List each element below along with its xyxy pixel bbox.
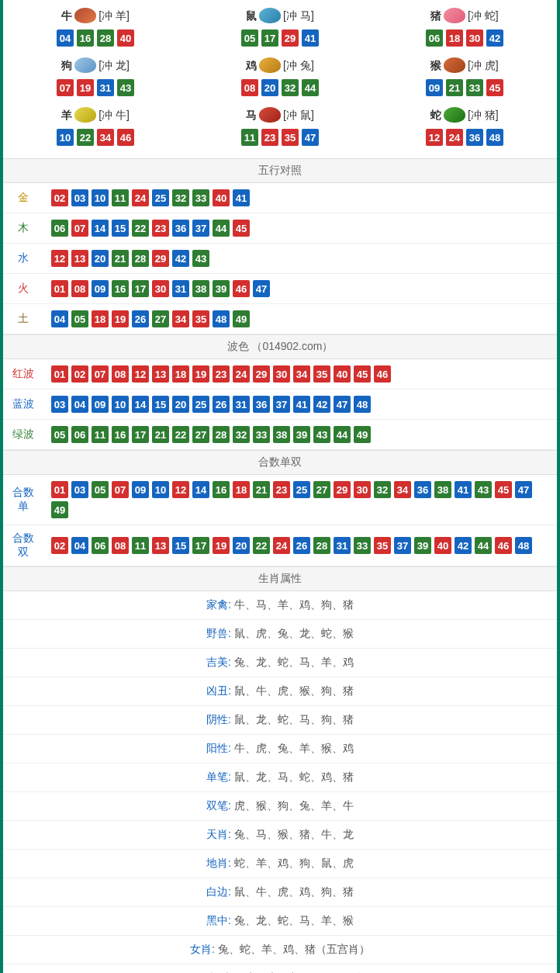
number-ball: 35	[313, 365, 330, 383]
number-ball: 32	[233, 426, 250, 443]
zodiac-name: 蛇	[430, 109, 441, 123]
number-ball: 10	[92, 189, 109, 206]
number-ball: 40	[117, 29, 134, 47]
attribute-label: 女肖:	[190, 943, 218, 955]
number-ball: 42	[486, 29, 503, 47]
number-ball: 49	[51, 501, 68, 518]
number-ball: 02	[51, 189, 68, 206]
number-ball: 11	[132, 537, 149, 554]
number-ball: 41	[233, 189, 250, 206]
row-label: 火	[3, 274, 43, 304]
zodiac-grid: 牛[冲 羊]04162840鼠[冲 马]05172941猪[冲 蛇]061830…	[3, 0, 557, 158]
number-ball: 06	[51, 220, 68, 237]
attribute-row: 地肖: 蛇、羊、鸡、狗、鼠、虎	[3, 850, 557, 878]
number-ball: 30	[354, 481, 371, 498]
number-ball: 25	[152, 189, 169, 206]
number-ball: 25	[293, 481, 310, 498]
number-ball: 22	[77, 129, 94, 146]
number-ball: 18	[92, 310, 109, 327]
number-ball: 11	[241, 129, 258, 146]
number-list: 04051819262734354849	[51, 310, 549, 327]
zodiac-cell: 狗[冲 龙]07193143	[3, 53, 188, 102]
number-ball: 22	[253, 537, 270, 554]
zodiac-name: 牛	[61, 9, 72, 23]
section-header-wuxing: 五行对照	[3, 158, 557, 183]
number-ball: 36	[414, 481, 431, 498]
number-ball: 07	[71, 220, 88, 237]
zodiac-cell: 马[冲 鼠]11233547	[188, 102, 372, 152]
number-ball: 49	[233, 310, 250, 327]
number-ball: 15	[172, 537, 189, 554]
attribute-value: 牛、虎、兔、羊、猴、鸡	[234, 742, 354, 754]
number-ball: 28	[313, 537, 330, 554]
number-ball: 45	[486, 79, 503, 96]
attribute-value: 鼠、龙、蛇、马、狗、猪	[234, 713, 354, 725]
number-ball: 16	[213, 481, 230, 498]
number-ball: 36	[172, 220, 189, 237]
number-ball: 40	[334, 365, 351, 383]
row-label: 合数双	[3, 525, 43, 566]
number-ball: 46	[233, 280, 250, 297]
number-ball: 44	[475, 537, 492, 554]
number-ball: 18	[172, 365, 189, 383]
number-ball: 19	[213, 537, 230, 554]
number-row: 11233547	[188, 129, 372, 146]
number-ball: 28	[132, 250, 149, 267]
number-ball: 19	[112, 310, 129, 327]
number-ball: 15	[112, 220, 129, 237]
main-container: 牛[冲 羊]04162840鼠[冲 马]05172941猪[冲 蛇]061830…	[0, 0, 560, 973]
table-row: 绿波05061116172122272832333839434449	[3, 420, 557, 450]
zodiac-cell: 蛇[冲 猪]12243648	[372, 102, 557, 152]
table-row: 火0108091617303138394647	[3, 274, 557, 304]
number-ball: 13	[152, 537, 169, 554]
number-ball: 19	[192, 365, 209, 383]
number-ball: 37	[273, 396, 290, 413]
number-ball: 33	[192, 189, 209, 206]
number-ball: 47	[515, 481, 532, 498]
number-ball: 29	[282, 29, 299, 47]
number-ball: 02	[51, 537, 68, 554]
number-ball: 41	[293, 396, 310, 413]
number-ball: 16	[112, 426, 129, 443]
zodiac-name: 鸡	[246, 59, 257, 73]
number-ball: 42	[455, 537, 472, 554]
number-ball: 35	[282, 129, 299, 146]
attribute-value: 蛇、羊、鸡、狗、鼠、虎	[234, 857, 354, 869]
number-ball: 04	[57, 29, 74, 47]
number-ball: 05	[241, 29, 258, 47]
number-ball: 01	[51, 365, 68, 383]
number-ball: 23	[152, 220, 169, 237]
attribute-row: 双笔: 虎、猴、狗、兔、羊、牛	[3, 792, 557, 821]
table-row: 蓝波03040910141520252631363741424748	[3, 390, 557, 420]
number-row: 05172941	[188, 29, 372, 47]
attribute-row: 凶丑: 鼠、牛、虎、猴、狗、猪	[3, 677, 557, 706]
number-ball: 43	[117, 79, 134, 96]
dog-icon	[74, 57, 97, 74]
number-ball: 27	[152, 310, 169, 327]
number-ball: 08	[71, 280, 88, 297]
number-ball: 06	[71, 426, 88, 443]
number-ball: 08	[241, 79, 258, 96]
number-ball: 43	[313, 426, 330, 443]
number-ball: 36	[253, 396, 270, 413]
number-ball: 11	[112, 189, 129, 206]
number-ball: 27	[192, 426, 209, 443]
number-ball: 18	[446, 29, 463, 47]
number-ball: 03	[71, 189, 88, 206]
zodiac-cell: 鼠[冲 马]05172941	[188, 3, 372, 53]
number-ball: 05	[71, 310, 88, 327]
number-ball: 32	[172, 189, 189, 206]
number-ball: 32	[282, 79, 299, 96]
number-ball: 49	[354, 426, 371, 443]
row-label: 绿波	[3, 420, 43, 450]
number-ball: 31	[172, 280, 189, 297]
number-ball: 10	[152, 481, 169, 498]
number-ball: 20	[172, 396, 189, 413]
number-ball: 48	[213, 310, 230, 327]
zodiac-cell: 猪[冲 蛇]06183042	[372, 3, 557, 53]
number-ball: 05	[92, 481, 109, 498]
number-ball: 02	[71, 365, 88, 383]
section-header-heshu: 合数单双	[3, 450, 557, 475]
number-ball: 05	[51, 426, 68, 443]
number-ball: 07	[57, 79, 74, 96]
